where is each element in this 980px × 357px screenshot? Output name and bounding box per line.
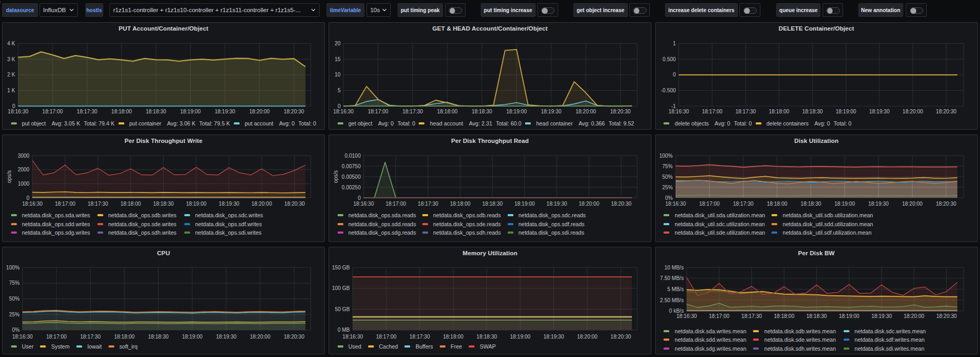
svg-text:3000: 3000	[18, 152, 30, 158]
svg-text:50%: 50%	[662, 173, 672, 179]
svg-text:18:19:00: 18:19:00	[836, 109, 856, 114]
svg-text:18:19:30: 18:19:30	[543, 334, 564, 340]
svg-text:0.0100: 0.0100	[344, 152, 361, 158]
svg-text:18:19:30: 18:19:30	[541, 109, 561, 114]
svg-text:18:17:00: 18:17:00	[55, 201, 75, 207]
svg-text:18:18:30: 18:18:30	[806, 313, 827, 319]
svg-text:2.50 MB/s: 2.50 MB/s	[660, 297, 684, 303]
svg-text:18:17:00: 18:17:00	[702, 109, 722, 114]
svg-text:5 MB/s: 5 MB/s	[667, 286, 684, 292]
svg-text:18:19:00: 18:19:00	[506, 109, 527, 114]
svg-text:1000: 1000	[18, 180, 30, 186]
svg-text:0.00500: 0.00500	[342, 173, 361, 179]
svg-text:18:20:30: 18:20:30	[284, 334, 304, 340]
svg-text:18:19:30: 18:19:30	[547, 201, 567, 207]
svg-text:18:17:00: 18:17:00	[46, 334, 67, 340]
svg-text:-0.500: -0.500	[661, 88, 676, 93]
svg-text:18:20:30: 18:20:30	[610, 334, 631, 340]
svg-text:18:18:30: 18:18:30	[472, 109, 492, 114]
svg-text:18:18:00: 18:18:00	[111, 109, 132, 114]
svg-text:18:18:30: 18:18:30	[146, 109, 166, 114]
svg-text:0.500: 0.500	[662, 56, 676, 62]
svg-text:18:18:00: 18:18:00	[443, 334, 463, 340]
svg-text:18:20:30: 18:20:30	[936, 201, 956, 207]
svg-text:18:17:30: 18:17:30	[418, 201, 438, 207]
svg-text:18:16:30: 18:16:30	[665, 201, 686, 207]
svg-text:18:17:00: 18:17:00	[368, 109, 388, 114]
svg-text:18:19:00: 18:19:00	[180, 109, 201, 114]
svg-text:15: 15	[335, 56, 341, 62]
svg-text:18:20:00: 18:20:00	[250, 334, 271, 340]
svg-text:0 MB: 0 MB	[338, 327, 350, 333]
svg-text:3 K: 3 K	[7, 56, 15, 62]
svg-text:18:17:00: 18:17:00	[42, 109, 63, 114]
svg-text:18:20:30: 18:20:30	[610, 109, 631, 114]
svg-text:18:16:30: 18:16:30	[353, 201, 374, 207]
svg-text:18:18:00: 18:18:00	[769, 109, 789, 114]
svg-text:18:16:30: 18:16:30	[8, 109, 28, 114]
svg-text:18:20:00: 18:20:00	[902, 201, 923, 207]
svg-text:10 MB/s: 10 MB/s	[665, 264, 684, 270]
svg-text:18:17:30: 18:17:30	[87, 201, 108, 207]
svg-text:18:17:30: 18:17:30	[735, 109, 756, 114]
svg-text:18:19:30: 18:19:30	[219, 201, 239, 207]
svg-text:2 K: 2 K	[7, 72, 15, 78]
svg-text:18:20:30: 18:20:30	[284, 201, 305, 207]
svg-text:18:20:00: 18:20:00	[903, 109, 923, 114]
svg-text:25%: 25%	[662, 184, 672, 190]
svg-text:18:19:30: 18:19:30	[868, 201, 889, 207]
svg-text:18:20:00: 18:20:00	[577, 334, 598, 340]
svg-text:18:19:30: 18:19:30	[869, 109, 889, 114]
svg-text:18:17:00: 18:17:00	[376, 334, 397, 340]
svg-text:18:19:30: 18:19:30	[215, 109, 235, 114]
svg-text:100 GB: 100 GB	[332, 285, 350, 291]
svg-text:18:17:30: 18:17:30	[410, 334, 430, 340]
svg-text:18:17:30: 18:17:30	[77, 109, 97, 114]
svg-text:18:17:00: 18:17:00	[709, 313, 729, 319]
svg-text:18:20:00: 18:20:00	[904, 313, 924, 319]
svg-text:25%: 25%	[9, 311, 19, 317]
svg-text:5: 5	[338, 88, 341, 93]
svg-text:0.00250: 0.00250	[342, 184, 361, 190]
svg-text:10: 10	[335, 72, 341, 78]
svg-text:18:17:30: 18:17:30	[80, 334, 101, 340]
svg-text:18:20:00: 18:20:00	[576, 109, 596, 114]
svg-text:18:17:00: 18:17:00	[385, 201, 406, 207]
svg-text:0%: 0%	[665, 195, 673, 200]
svg-text:18:18:00: 18:18:00	[774, 313, 794, 319]
svg-text:18:19:00: 18:19:00	[839, 313, 859, 319]
svg-text:18:18:00: 18:18:00	[767, 201, 787, 207]
svg-text:18:18:30: 18:18:30	[148, 334, 169, 340]
svg-text:18:19:00: 18:19:00	[514, 201, 535, 207]
svg-text:18:16:30: 18:16:30	[342, 334, 363, 340]
svg-text:50 GB: 50 GB	[335, 306, 350, 312]
svg-text:18:18:30: 18:18:30	[477, 334, 497, 340]
svg-text:20: 20	[335, 41, 341, 46]
svg-text:75%: 75%	[9, 280, 19, 286]
svg-text:18:18:00: 18:18:00	[450, 201, 470, 207]
svg-text:18:17:00: 18:17:00	[699, 201, 720, 207]
svg-text:0.00750: 0.00750	[342, 163, 361, 169]
svg-text:18:16:30: 18:16:30	[676, 313, 697, 319]
svg-text:0%: 0%	[12, 327, 20, 333]
svg-text:18:17:30: 18:17:30	[733, 201, 754, 207]
svg-text:18:19:00: 18:19:00	[510, 334, 530, 340]
svg-text:18:16:30: 18:16:30	[668, 109, 689, 114]
svg-text:18:20:30: 18:20:30	[611, 201, 631, 207]
svg-text:75%: 75%	[662, 163, 672, 169]
svg-text:7.50 MB/s: 7.50 MB/s	[660, 275, 684, 281]
svg-text:0: 0	[26, 195, 29, 200]
svg-text:150 GB: 150 GB	[332, 264, 350, 270]
svg-text:1 K: 1 K	[7, 88, 15, 93]
svg-text:18:20:30: 18:20:30	[936, 313, 957, 319]
svg-text:18:18:30: 18:18:30	[153, 201, 174, 207]
svg-text:18:16:30: 18:16:30	[12, 334, 33, 340]
svg-text:4 K: 4 K	[7, 41, 15, 46]
svg-text:0: 0	[673, 72, 676, 78]
svg-text:ops/s: ops/s	[333, 170, 339, 183]
svg-text:18:20:30: 18:20:30	[936, 109, 956, 114]
svg-text:18:17:30: 18:17:30	[741, 313, 762, 319]
svg-text:18:19:30: 18:19:30	[216, 334, 236, 340]
svg-text:2000: 2000	[18, 167, 30, 172]
svg-text:18:18:30: 18:18:30	[802, 109, 823, 114]
